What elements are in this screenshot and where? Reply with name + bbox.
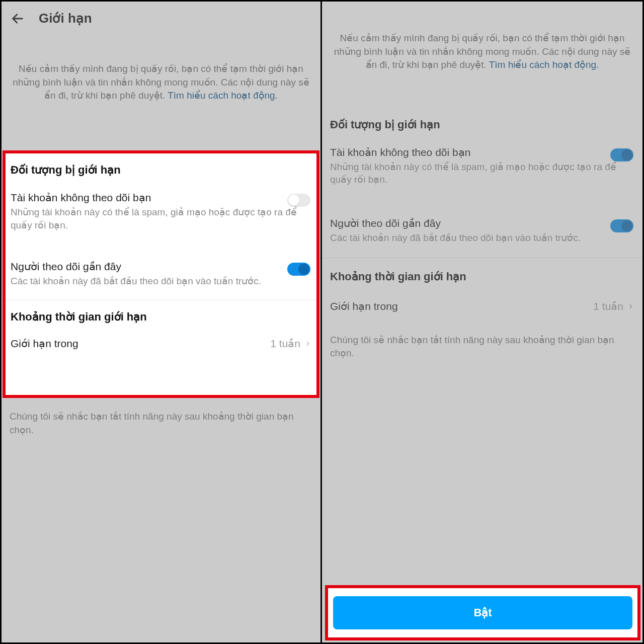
section-duration-heading: Khoảng thời gian giới hạn [3, 303, 319, 329]
chevron-right-icon-right [627, 301, 634, 312]
section-limited-heading: Đối tượng bị giới hạn [3, 152, 319, 185]
toggle-not-following-right[interactable] [610, 148, 633, 162]
section-duration-heading-right: Khoảng thời gian giới hạn [322, 261, 642, 291]
option-recent-sub-right: Các tài khoản này đã bắt đầu theo dõi bạ… [330, 231, 634, 245]
duration-label: Giới hạn trong [11, 338, 78, 350]
option-not-following-title: Tài khoản không theo dõi bạn [11, 192, 311, 204]
highlight-cutout: Đối tượng bị giới hạn Tài khoản không th… [3, 152, 319, 396]
duration-label-right: Giới hạn trong [330, 300, 398, 312]
highlight-cutout-right: Bật [326, 587, 639, 638]
enable-button[interactable]: Bật [333, 596, 632, 629]
divider-right [322, 258, 642, 258]
option-not-following-sub: Những tài khoản này có thể là spam, giả … [11, 206, 311, 231]
option-recent-sub: Các tài khoản này đã bắt đầu theo dõi bạ… [11, 275, 311, 288]
right-screenshot: Nếu cảm thấy mình đang bị quấy rối, bạn … [322, 2, 642, 642]
toggle-not-following[interactable] [287, 194, 310, 207]
duration-row-right[interactable]: Giới hạn trong 1 tuần [322, 291, 642, 325]
back-arrow-icon[interactable] [11, 12, 25, 26]
option-not-following-right: Tài khoản không theo dõi bạn Những tài k… [322, 139, 642, 195]
duration-value: 1 tuần [270, 338, 300, 350]
page-title: Giới hạn [39, 11, 92, 26]
toggle-recent-followers[interactable] [287, 263, 310, 276]
option-recent-title: Người theo dõi gần đây [11, 261, 311, 273]
page-header: Giới hạn [2, 2, 320, 32]
intro-text-right: Nếu cảm thấy mình đang bị quấy rối, bạn … [322, 2, 642, 107]
option-recent-title-right: Người theo dõi gần đây [330, 217, 634, 229]
option-not-following-title-right: Tài khoản không theo dõi bạn [330, 146, 634, 158]
learn-more-link[interactable]: Tìm hiểu cách hoạt động. [168, 90, 278, 101]
reminder-note: Chúng tôi sẽ nhắc bạn tắt tính năng này … [2, 401, 320, 446]
duration-row[interactable]: Giới hạn trong 1 tuần [3, 329, 319, 362]
learn-more-link-right[interactable]: Tìm hiểu cách hoạt động. [489, 59, 599, 70]
left-screenshot: Giới hạn Nếu cảm thấy mình đang bị quấy … [2, 2, 322, 642]
option-recent-followers-right: Người theo dõi gần đây Các tài khoản này… [322, 210, 642, 254]
chevron-right-icon [304, 338, 311, 349]
divider [3, 300, 319, 300]
intro-text: Nếu cảm thấy mình đang bị quấy rối, bạn … [2, 32, 320, 133]
option-not-following-sub-right: Những tài khoản này có thể là spam, giả … [330, 160, 634, 186]
toggle-recent-followers-right[interactable] [610, 219, 633, 232]
reminder-note-right: Chúng tôi sẽ nhắc bạn tắt tính năng này … [322, 325, 642, 369]
option-recent-followers: Người theo dõi gần đây Các tài khoản này… [3, 254, 319, 297]
option-not-following: Tài khoản không theo dõi bạn Những tài k… [3, 185, 319, 240]
section-limited-heading-right: Đối tượng bị giới hạn [322, 107, 642, 139]
duration-value-right: 1 tuần [593, 300, 623, 312]
